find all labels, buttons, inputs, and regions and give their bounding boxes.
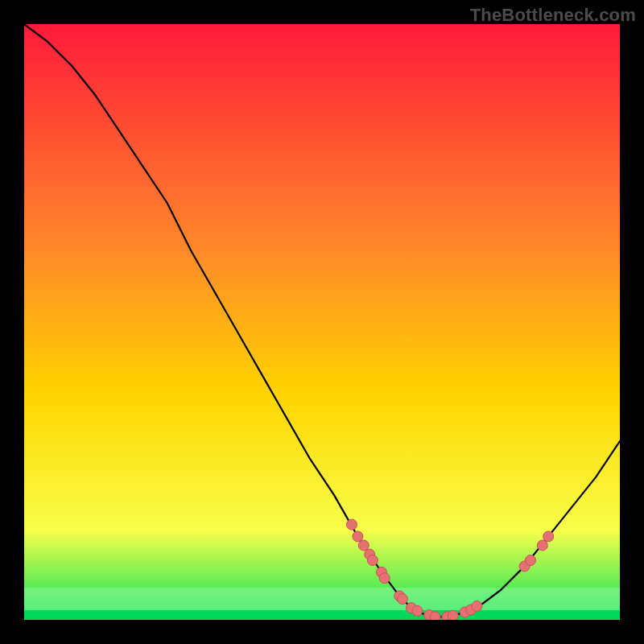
plot-area bbox=[24, 24, 620, 620]
data-marker bbox=[379, 573, 390, 584]
data-marker bbox=[537, 540, 547, 551]
data-marker bbox=[430, 612, 440, 620]
data-marker bbox=[472, 601, 482, 611]
data-marker bbox=[397, 594, 407, 605]
plot-svg bbox=[24, 24, 620, 620]
chart-frame: TheBottleneck.com bbox=[0, 0, 644, 644]
data-marker bbox=[347, 519, 357, 530]
watermark-text: TheBottleneck.com bbox=[470, 5, 636, 26]
data-marker bbox=[412, 605, 423, 616]
gradient-background bbox=[24, 24, 620, 620]
data-marker bbox=[353, 531, 363, 542]
data-marker bbox=[543, 531, 554, 542]
data-marker bbox=[358, 540, 369, 551]
data-marker bbox=[448, 610, 458, 620]
data-marker bbox=[367, 555, 378, 566]
data-marker bbox=[526, 555, 536, 566]
bottom-edge bbox=[24, 610, 620, 620]
